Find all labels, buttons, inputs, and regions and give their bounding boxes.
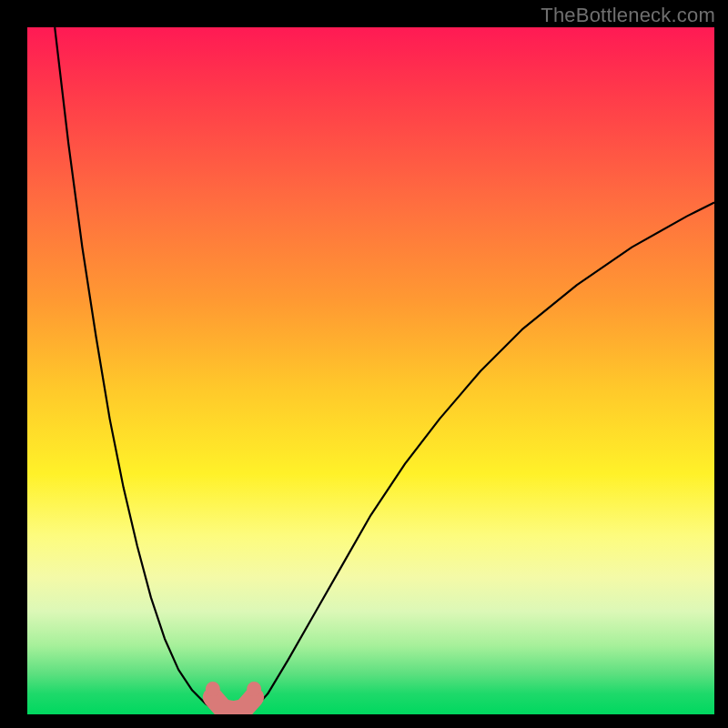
series-flat-bottom-highlight <box>213 697 254 711</box>
plot-area <box>27 27 714 714</box>
series-endpoint-dot <box>247 682 261 696</box>
series-left-branch <box>55 27 216 711</box>
series-right-branch <box>254 203 714 709</box>
outer-frame: TheBottleneck.com <box>0 0 728 728</box>
series-endpoint-dot <box>206 682 220 696</box>
watermark-text: TheBottleneck.com <box>541 4 715 27</box>
chart-svg <box>27 27 714 714</box>
